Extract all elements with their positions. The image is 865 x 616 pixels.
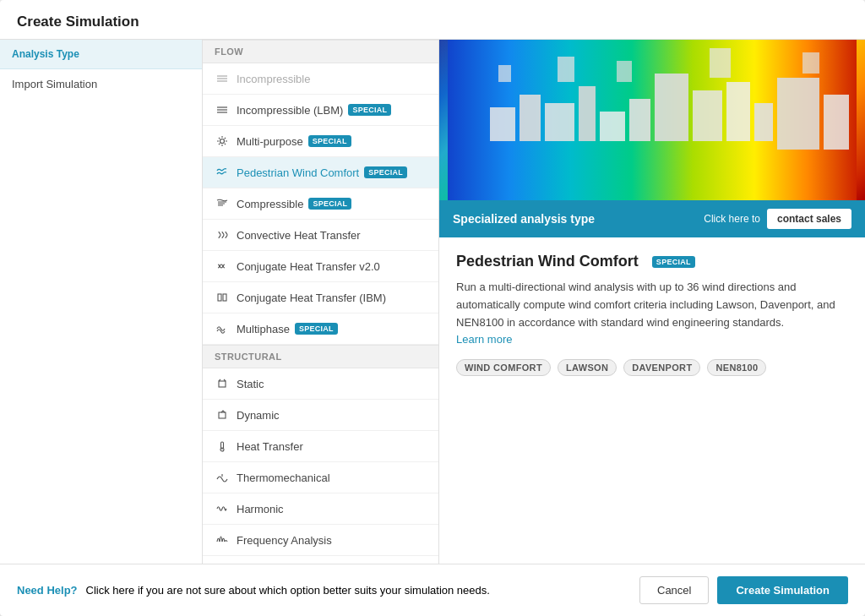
freq-icon bbox=[215, 532, 230, 548]
sim-item-frequency-analysis[interactable]: Frequency Analysis bbox=[203, 525, 438, 556]
svg-rect-31 bbox=[617, 61, 632, 82]
static-icon bbox=[215, 376, 230, 391]
flow-section-header: FLOW bbox=[203, 40, 438, 63]
sim-item-multiphase[interactable]: Multiphase SPECIAL bbox=[203, 313, 438, 345]
sim-item-multi-purpose[interactable]: Multi-purpose SPECIAL bbox=[203, 126, 438, 157]
preview-image bbox=[439, 40, 865, 200]
sim-item-label: Frequency Analysis bbox=[237, 534, 332, 547]
detail-section: Pedestrian Wind Comfort SPECIAL Run a mu… bbox=[439, 237, 865, 564]
svg-rect-32 bbox=[710, 48, 731, 78]
modal-header: Create Simulation bbox=[0, 0, 865, 40]
svg-rect-28 bbox=[824, 95, 849, 150]
tag-wind-comfort: WIND COMFORT bbox=[456, 359, 551, 376]
dynamic-icon bbox=[215, 407, 230, 422]
svg-rect-19 bbox=[545, 103, 574, 141]
special-badge: SPECIAL bbox=[348, 104, 391, 116]
left-panel: Analysis Type Import Simulation bbox=[0, 40, 203, 564]
sim-item-incompressible-lbm[interactable]: Incompressible (LBM) SPECIAL bbox=[203, 95, 438, 126]
sim-item-static[interactable]: Static bbox=[203, 368, 438, 400]
svg-rect-21 bbox=[600, 112, 625, 141]
tag-lawson: LAWSON bbox=[558, 359, 617, 376]
sim-item-label: Conjugate Heat Transfer v2.0 bbox=[237, 260, 380, 273]
special-badge: SPECIAL bbox=[295, 323, 338, 335]
svg-rect-18 bbox=[520, 95, 541, 141]
sim-item-harmonic[interactable]: Harmonic bbox=[203, 493, 438, 525]
lines-icon bbox=[215, 71, 230, 86]
special-badge: SPECIAL bbox=[308, 198, 351, 210]
detail-title: Pedestrian Wind Comfort SPECIAL bbox=[456, 253, 848, 270]
heat2-icon bbox=[215, 259, 230, 274]
compress-icon bbox=[215, 196, 230, 211]
sim-item-label: Pedestrian Wind Comfort bbox=[237, 166, 359, 179]
need-help-label[interactable]: Need Help? bbox=[17, 584, 78, 597]
sim-item-label: Multiphase bbox=[237, 323, 290, 335]
sim-item-label: Incompressible (LBM) bbox=[237, 104, 343, 117]
sim-item-conjugate-heat-transfer-v2[interactable]: Conjugate Heat Transfer v2.0 bbox=[203, 251, 438, 282]
sim-item-thermomechanical[interactable]: Thermomechanical bbox=[203, 462, 438, 493]
sim-item-pedestrian-wind-comfort[interactable]: Pedestrian Wind Comfort SPECIAL bbox=[203, 157, 438, 188]
specialized-label: Specialized analysis type bbox=[453, 212, 595, 226]
cancel-button[interactable]: Cancel bbox=[639, 576, 709, 604]
svg-rect-24 bbox=[693, 90, 722, 141]
simulation-list: FLOW Incompressible bbox=[203, 40, 438, 564]
sim-item-label: Conjugate Heat Transfer (IBM) bbox=[237, 292, 386, 304]
modal-title: Create Simulation bbox=[17, 14, 848, 30]
sim-item-convective-heat-transfer[interactable]: Convective Heat Transfer bbox=[203, 220, 438, 251]
tag-davenport: DAVENPORT bbox=[623, 359, 700, 376]
middle-panel: FLOW Incompressible bbox=[203, 40, 439, 564]
click-here-label: Click here to bbox=[704, 213, 760, 225]
svg-rect-7 bbox=[218, 294, 221, 301]
detail-description: Run a multi-directional wind analysis wi… bbox=[456, 279, 848, 349]
svg-rect-12 bbox=[219, 412, 226, 418]
gear-icon bbox=[215, 134, 230, 149]
sim-item-label: Heat Transfer bbox=[237, 440, 303, 453]
lines2-icon bbox=[215, 102, 230, 117]
heat-icon bbox=[215, 227, 230, 243]
learn-more-link[interactable]: Learn more bbox=[456, 333, 512, 346]
create-simulation-button[interactable]: Create Simulation bbox=[717, 576, 848, 604]
analysis-type-header: Analysis Type bbox=[0, 40, 202, 69]
sim-item-label: Thermomechanical bbox=[237, 472, 330, 484]
sim-item-dynamic[interactable]: Dynamic bbox=[203, 400, 438, 431]
detail-heading: Pedestrian Wind Comfort bbox=[456, 253, 639, 270]
svg-rect-25 bbox=[726, 82, 750, 141]
svg-rect-23 bbox=[655, 74, 688, 141]
svg-rect-33 bbox=[802, 52, 819, 74]
tag-nen8100: NEN8100 bbox=[707, 359, 766, 376]
svg-point-6 bbox=[220, 139, 225, 144]
svg-rect-8 bbox=[223, 294, 226, 301]
sidebar-item-import-simulation[interactable]: Import Simulation bbox=[0, 69, 202, 99]
svg-rect-30 bbox=[558, 57, 574, 82]
svg-rect-29 bbox=[498, 65, 511, 82]
wind-icon bbox=[215, 165, 230, 180]
sim-item-incompressible[interactable]: Incompressible bbox=[203, 63, 438, 95]
svg-rect-20 bbox=[579, 86, 596, 141]
sim-item-label: Dynamic bbox=[237, 409, 280, 422]
specialized-bar: Specialized analysis type Click here to … bbox=[439, 200, 865, 237]
sim-item-heat-transfer[interactable]: Heat Transfer bbox=[203, 431, 438, 462]
special-badge: SPECIAL bbox=[364, 166, 407, 178]
block-icon bbox=[215, 290, 230, 305]
wave-icon bbox=[215, 321, 230, 336]
contact-sales-button[interactable]: contact sales bbox=[767, 209, 851, 229]
svg-rect-17 bbox=[490, 107, 515, 141]
help-section: Need Help? Click here if you are not sur… bbox=[17, 584, 490, 597]
right-panel: Specialized analysis type Click here to … bbox=[439, 40, 865, 564]
structural-section-header: STRUCTURAL bbox=[203, 345, 438, 368]
svg-rect-22 bbox=[629, 99, 650, 141]
sim-item-label: Convective Heat Transfer bbox=[237, 229, 361, 242]
sim-item-label: Harmonic bbox=[237, 503, 284, 515]
detail-special-badge: SPECIAL bbox=[652, 256, 695, 268]
thermometer-icon bbox=[215, 439, 230, 454]
sim-item-conjugate-heat-transfer-ibm[interactable]: Conjugate Heat Transfer (IBM) bbox=[203, 282, 438, 313]
thermo-icon bbox=[215, 470, 230, 485]
footer-buttons: Cancel Create Simulation bbox=[639, 576, 848, 604]
sim-item-label: Multi-purpose bbox=[237, 135, 303, 148]
sim-item-compressible[interactable]: Compressible SPECIAL bbox=[203, 188, 438, 220]
wave2-icon bbox=[215, 501, 230, 516]
svg-rect-27 bbox=[777, 78, 819, 150]
modal: Create Simulation Analysis Type Import S… bbox=[0, 0, 865, 616]
sim-item-label: Compressible bbox=[237, 198, 303, 210]
sim-item-label: Incompressible bbox=[237, 73, 310, 85]
help-description: Click here if you are not sure about whi… bbox=[86, 584, 490, 597]
